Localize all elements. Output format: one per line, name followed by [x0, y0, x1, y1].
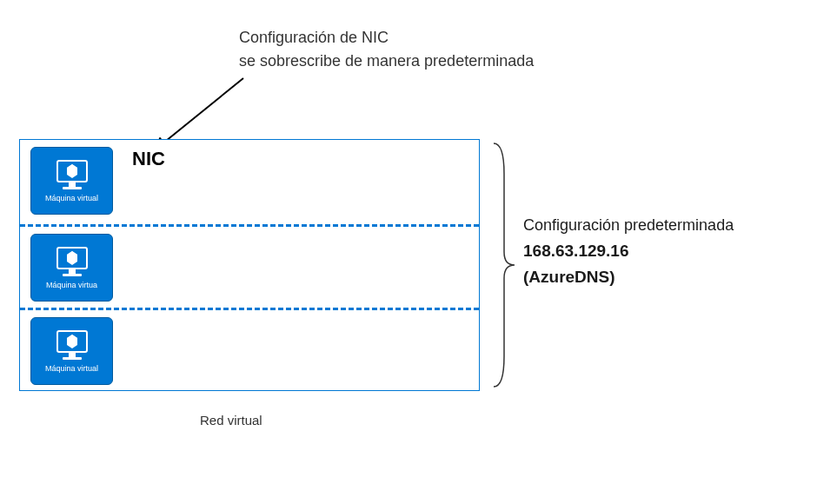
svg-rect-10	[63, 357, 82, 360]
subnet-3: Máquina virtual	[20, 308, 479, 392]
vm-label-2: Máquina virtua	[46, 281, 97, 289]
vm-icon	[54, 159, 90, 192]
nic-annotation: Configuración de NIC se sobrescribe de m…	[239, 26, 534, 73]
default-config-service: (AzureDNS)	[523, 264, 734, 290]
subnet-1: Máquina virtual	[20, 140, 479, 224]
curly-brace	[487, 139, 521, 391]
annotation-line1: Configuración de NIC	[239, 26, 534, 50]
default-config-title: Configuración predeterminada	[523, 213, 734, 238]
vnet-caption: Red virtual	[200, 413, 262, 428]
vm-tile-2: Máquina virtua	[30, 234, 113, 302]
subnet-2: Máquina virtua	[20, 224, 479, 308]
annotation-line2: se sobrescribe de manera predeterminada	[239, 50, 534, 73]
svg-rect-3	[69, 182, 76, 187]
vm-tile-3: Máquina virtual	[30, 317, 113, 385]
svg-rect-6	[69, 269, 76, 274]
svg-rect-9	[69, 352, 76, 357]
vm-label-3: Máquina virtual	[45, 364, 98, 373]
vm-tile-1: Máquina virtual	[30, 147, 113, 215]
default-config-block: Configuración predeterminada 168.63.129.…	[523, 213, 734, 291]
vm-label-1: Máquina virtual	[45, 194, 98, 202]
svg-rect-4	[63, 187, 82, 189]
default-config-ip: 168.63.129.16	[523, 238, 734, 264]
virtual-network-container: Máquina virtual Máquina virtua	[19, 139, 480, 391]
vm-icon	[54, 329, 90, 362]
svg-rect-7	[63, 274, 82, 276]
vm-icon	[54, 246, 90, 279]
nic-label: NIC	[132, 148, 165, 170]
